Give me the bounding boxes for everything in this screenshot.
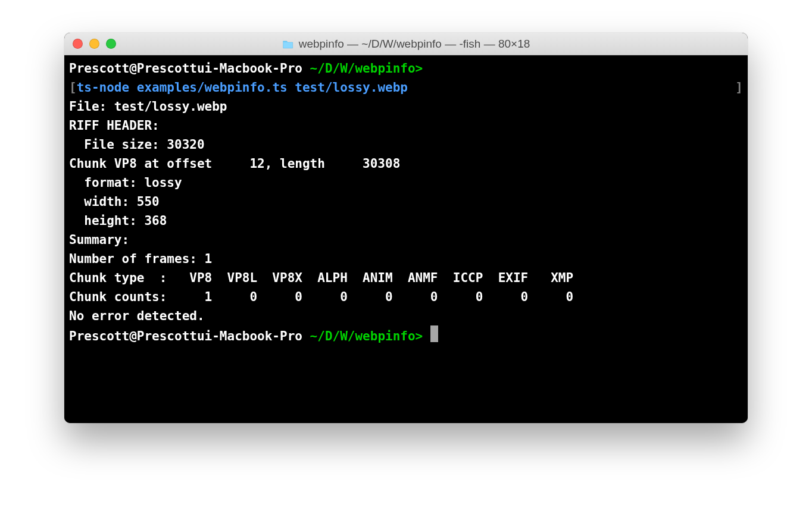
maximize-button[interactable] [106, 39, 116, 49]
output-line-10: Chunk type : VP8 VP8L VP8X ALPH ANIM ANM… [69, 268, 743, 287]
close-button[interactable] [73, 39, 83, 49]
window-title: webpinfo — ~/D/W/webpinfo — -fish — 80×1… [299, 37, 530, 51]
traffic-lights [73, 39, 116, 49]
output-line-6: width: 550 [69, 192, 743, 211]
terminal-window: webpinfo — ~/D/W/webpinfo — -fish — 80×1… [64, 33, 748, 423]
folder-icon [282, 39, 294, 49]
prompt-user-host: Prescott@Prescottui-Macbook-Pro [69, 61, 302, 76]
prompt-caret: > [416, 61, 423, 76]
prompt-user-host-2: Prescott@Prescottui-Macbook-Pro [69, 329, 302, 343]
command-text: ts-node examples/webpinfo.ts test/lossy.… [77, 80, 408, 95]
output-line-9: Number of frames: 1 [69, 249, 743, 268]
output-line-4: Chunk VP8 at offset 12, length 30308 [69, 154, 743, 173]
title-bar[interactable]: webpinfo — ~/D/W/webpinfo — -fish — 80×1… [64, 33, 748, 55]
command-line: [ts-node examples/webpinfo.ts test/lossy… [69, 78, 743, 97]
output-line-7: height: 368 [69, 211, 743, 230]
prompt-path-2: ~/D/W/webpinfo [310, 329, 416, 343]
output-line-12: No error detected. [69, 306, 743, 325]
prompt-line-1: Prescott@Prescottui-Macbook-Pro ~/D/W/we… [69, 59, 743, 78]
prompt-path: ~/D/W/webpinfo [310, 61, 416, 76]
minimize-button[interactable] [89, 39, 99, 49]
output-line-5: format: lossy [69, 173, 743, 192]
prompt-caret-2: > [416, 329, 423, 343]
window-title-container: webpinfo — ~/D/W/webpinfo — -fish — 80×1… [282, 37, 530, 51]
close-bracket: ] [735, 78, 743, 97]
output-line-2: RIFF HEADER: [69, 116, 743, 135]
output-line-1: File: test/lossy.webp [69, 97, 743, 116]
output-line-8: Summary: [69, 230, 743, 249]
cursor [430, 325, 438, 342]
terminal-body[interactable]: Prescott@Prescottui-Macbook-Pro ~/D/W/we… [64, 55, 748, 423]
output-line-11: Chunk counts: 1 0 0 0 0 0 0 0 0 [69, 287, 743, 306]
output-line-3: File size: 30320 [69, 135, 743, 154]
prompt-line-2: Prescott@Prescottui-Macbook-Pro ~/D/W/we… [69, 325, 743, 346]
open-bracket: [ [69, 80, 77, 95]
